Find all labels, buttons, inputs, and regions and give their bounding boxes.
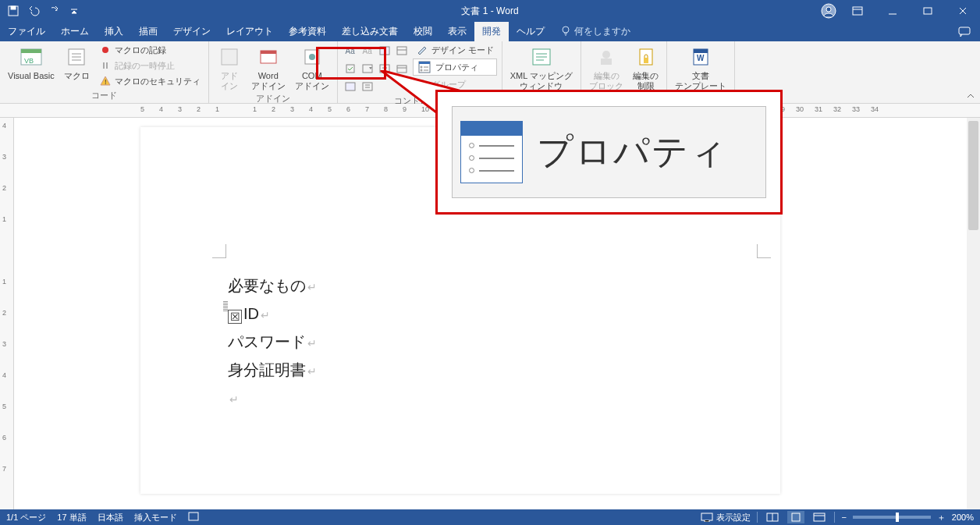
tab-insert[interactable]: 挿入 bbox=[97, 22, 131, 41]
lightbulb-icon bbox=[560, 25, 571, 38]
svg-text:VB: VB bbox=[24, 57, 34, 65]
status-language[interactable]: 日本語 bbox=[98, 512, 123, 523]
view-web-layout[interactable] bbox=[811, 511, 828, 523]
svg-rect-18 bbox=[261, 51, 276, 54]
pause-icon bbox=[99, 59, 112, 72]
plain-text-control[interactable]: Aa bbox=[360, 43, 375, 59]
visual-basic-icon: VB bbox=[19, 44, 44, 69]
xml-mapping-button[interactable]: XML マッピング ウィンドウ bbox=[507, 43, 576, 92]
view-read-mode[interactable] bbox=[764, 511, 781, 523]
display-settings-label: 表示設定 bbox=[716, 512, 751, 523]
picture-control[interactable] bbox=[377, 43, 392, 59]
xml-mapping-label: XML マッピング ウィンドウ bbox=[510, 71, 573, 90]
macros-icon bbox=[64, 44, 89, 69]
repeating-section-control[interactable] bbox=[343, 79, 358, 94]
svg-rect-14 bbox=[106, 62, 108, 69]
zoom-in-button[interactable]: ＋ bbox=[937, 512, 946, 523]
status-insert-mode[interactable]: 挿入モード bbox=[134, 512, 177, 523]
callout-zoom: プロパティ bbox=[435, 90, 783, 215]
block-icon bbox=[594, 44, 619, 69]
svg-rect-13 bbox=[103, 62, 105, 69]
macros-label: マクロ bbox=[64, 71, 90, 81]
checkbox-control[interactable] bbox=[343, 61, 358, 76]
doc-line-4: 身分証明書↵ bbox=[228, 356, 317, 384]
visual-basic-button[interactable]: VB Visual Basic bbox=[5, 43, 58, 83]
minimize-button[interactable] bbox=[875, 0, 910, 22]
rich-text-control[interactable]: Aa bbox=[343, 43, 358, 59]
tab-help[interactable]: ヘルプ bbox=[509, 22, 552, 41]
qat-customize[interactable] bbox=[66, 2, 83, 20]
svg-point-3 bbox=[826, 7, 831, 12]
ribbon-display-options[interactable] bbox=[840, 0, 875, 22]
view-print-layout[interactable] bbox=[787, 511, 804, 523]
word-addins-icon bbox=[256, 44, 281, 69]
maximize-button[interactable] bbox=[910, 0, 945, 22]
vertical-ruler[interactable]: 43211234567 bbox=[0, 118, 14, 509]
word-icon: W bbox=[688, 44, 713, 69]
status-track-icon[interactable] bbox=[188, 512, 199, 523]
tab-references[interactable]: 参考資料 bbox=[281, 22, 334, 41]
svg-rect-1 bbox=[11, 6, 16, 9]
status-word-count[interactable]: 17 単語 bbox=[57, 512, 86, 523]
restrict-editing-button[interactable]: 編集の 制限 bbox=[630, 43, 662, 92]
close-button[interactable] bbox=[945, 0, 980, 22]
redo-button[interactable] bbox=[45, 2, 62, 20]
svg-rect-37 bbox=[601, 59, 612, 65]
tab-file[interactable]: ファイル bbox=[0, 22, 53, 41]
macros-button[interactable]: マクロ bbox=[61, 43, 93, 83]
tab-layout[interactable]: レイアウト bbox=[218, 22, 281, 41]
zoom-out-button[interactable]: − bbox=[841, 513, 846, 522]
scrollbar-thumb[interactable] bbox=[968, 121, 978, 230]
svg-rect-47 bbox=[792, 513, 800, 521]
svg-rect-9 bbox=[21, 49, 41, 53]
block-authors-label: 編集の ブロック bbox=[589, 71, 623, 90]
callout-label: プロパティ bbox=[537, 128, 728, 176]
design-mode-button[interactable]: デザイン モード bbox=[413, 43, 497, 57]
checkbox-content-control[interactable]: ☒ bbox=[228, 310, 242, 324]
account-icon[interactable] bbox=[818, 0, 840, 22]
tab-design[interactable]: デザイン bbox=[165, 22, 218, 41]
macro-security-button[interactable]: ! マクロのセキュリティ bbox=[96, 74, 204, 88]
svg-rect-41 bbox=[694, 49, 708, 53]
svg-rect-48 bbox=[814, 513, 825, 521]
doc-line-2: ☒ID↵ bbox=[228, 300, 317, 328]
addins-button[interactable]: アド イン bbox=[214, 43, 245, 92]
tell-me[interactable]: 何をしますか bbox=[552, 22, 638, 41]
building-block-control[interactable] bbox=[394, 43, 410, 59]
word-addins-button[interactable]: Word アドイン bbox=[248, 43, 289, 92]
pause-recording-button[interactable]: 記録の一時停止 bbox=[96, 59, 204, 73]
tab-home[interactable]: ホーム bbox=[53, 22, 97, 41]
block-authors-button[interactable]: 編集の ブロック bbox=[586, 43, 627, 92]
tab-developer[interactable]: 開発 bbox=[474, 22, 509, 41]
status-page[interactable]: 1/1 ページ bbox=[6, 512, 46, 523]
status-bar: 1/1 ページ 17 単語 日本語 挿入モード 表示設定 − ＋ 200% bbox=[0, 509, 980, 525]
document-template-button[interactable]: W 文書 テンプレート bbox=[672, 43, 730, 92]
pause-recording-label: 記録の一時停止 bbox=[115, 60, 175, 72]
status-divider bbox=[757, 512, 758, 523]
status-divider bbox=[834, 512, 835, 523]
zoom-slider[interactable] bbox=[853, 516, 931, 519]
display-settings-icon[interactable]: 表示設定 bbox=[701, 512, 751, 523]
svg-rect-21 bbox=[380, 47, 389, 55]
com-addins-button[interactable]: COM アドイン bbox=[292, 43, 332, 92]
zoom-slider-knob[interactable] bbox=[896, 513, 899, 522]
undo-button[interactable] bbox=[25, 2, 42, 20]
tab-review[interactable]: 校閲 bbox=[406, 22, 440, 41]
comments-icon[interactable] bbox=[955, 23, 974, 41]
callout-inner: プロパティ bbox=[452, 106, 766, 198]
collapse-ribbon[interactable] bbox=[961, 41, 980, 103]
svg-point-20 bbox=[309, 54, 315, 60]
document-content[interactable]: 必要なもの↵ ☒ID↵ パスワード↵ 身分証明書↵ ↵ bbox=[228, 271, 317, 412]
save-button[interactable] bbox=[5, 2, 22, 20]
record-macro-button[interactable]: マクロの記録 bbox=[96, 43, 204, 57]
xml-mapping-icon bbox=[529, 44, 554, 69]
warning-icon: ! bbox=[99, 75, 112, 87]
zoom-level[interactable]: 200% bbox=[952, 513, 974, 522]
pilcrow-icon: ↵ bbox=[307, 337, 317, 349]
restrict-editing-label: 編集の 制限 bbox=[633, 71, 659, 90]
svg-rect-22 bbox=[397, 47, 407, 55]
tab-view[interactable]: 表示 bbox=[440, 22, 474, 41]
tab-mailings[interactable]: 差し込み文書 bbox=[334, 22, 406, 41]
vertical-scrollbar[interactable] bbox=[967, 118, 980, 509]
tab-draw[interactable]: 描画 bbox=[131, 22, 165, 41]
